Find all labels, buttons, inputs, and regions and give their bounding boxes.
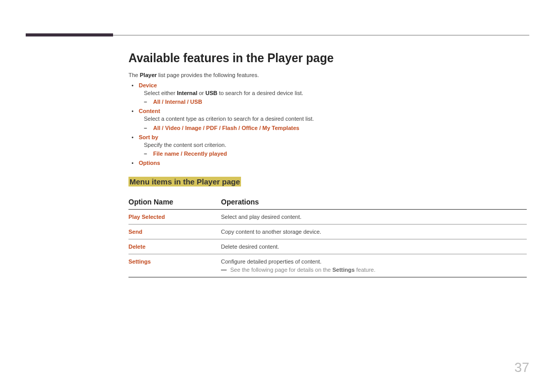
feature-label: Sort by bbox=[139, 134, 158, 140]
feature-sub: – File name / Recently played bbox=[144, 151, 527, 157]
feature-item: • Content Select a content type as crite… bbox=[130, 108, 527, 130]
table-row: Settings Configure detailed properties o… bbox=[128, 254, 527, 277]
bullet-icon: • bbox=[130, 82, 136, 88]
feature-desc: Select a content type as criterion to se… bbox=[144, 115, 527, 123]
feature-sub-text: File name / Recently played bbox=[153, 151, 227, 157]
option-name: Delete bbox=[128, 244, 221, 250]
th-option-name: Option Name bbox=[128, 198, 221, 206]
feature-sub: – All / Video / Image / PDF / Flash / Of… bbox=[144, 125, 527, 131]
table-header: Option Name Operations bbox=[128, 198, 527, 210]
feature-label: Content bbox=[139, 108, 160, 114]
intro-text: The Player list page provides the follow… bbox=[128, 72, 527, 78]
feature-label: Options bbox=[139, 160, 160, 166]
section-heading-highlight: Menu items in the Player page bbox=[128, 177, 241, 186]
note-text: See the following page for details on th… bbox=[230, 267, 376, 273]
intro-prefix: The bbox=[128, 72, 140, 78]
feature-item: • Sort by Specify the content sort crite… bbox=[130, 134, 527, 157]
feature-sub: – All / Internal / USB bbox=[144, 99, 527, 105]
option-name: Settings bbox=[128, 258, 221, 273]
note-row: ― See the following page for details on … bbox=[221, 267, 527, 273]
header-accent-bar bbox=[26, 33, 113, 36]
dash-icon: ― bbox=[221, 267, 226, 273]
option-ops: Select and play desired content. bbox=[221, 214, 527, 220]
feature-list: • Device Select either Internal or USB t… bbox=[130, 82, 527, 166]
options-table: Option Name Operations Play Selected Sel… bbox=[128, 198, 527, 277]
option-ops-text: Configure detailed properties of content… bbox=[221, 258, 527, 265]
feature-label: Device bbox=[139, 82, 157, 88]
dash-icon: – bbox=[144, 125, 149, 131]
table-row: Play Selected Select and play desired co… bbox=[128, 210, 527, 225]
page-heading: Available features in the Player page bbox=[128, 51, 527, 65]
header-rule bbox=[113, 35, 529, 35]
feature-desc: Specify the content sort criterion. bbox=[144, 141, 527, 149]
option-ops: Copy content to another storage device. bbox=[221, 229, 527, 235]
option-ops: Delete desired content. bbox=[221, 244, 527, 250]
th-operations: Operations bbox=[221, 198, 527, 206]
table-row: Delete Delete desired content. bbox=[128, 239, 527, 254]
intro-suffix: list page provides the following feature… bbox=[157, 72, 259, 78]
page-number: 37 bbox=[514, 360, 529, 376]
table-row: Send Copy content to another storage dev… bbox=[128, 225, 527, 239]
bullet-icon: • bbox=[130, 108, 136, 114]
bullet-icon: • bbox=[130, 134, 136, 140]
dash-icon: – bbox=[144, 99, 149, 105]
option-name: Send bbox=[128, 229, 221, 235]
feature-item: • Options bbox=[130, 160, 527, 166]
bullet-icon: • bbox=[130, 160, 136, 166]
option-name: Play Selected bbox=[128, 214, 221, 220]
feature-sub-text: All / Internal / USB bbox=[153, 99, 202, 105]
feature-item: • Device Select either Internal or USB t… bbox=[130, 82, 527, 105]
intro-bold: Player bbox=[140, 72, 157, 78]
dash-icon: – bbox=[144, 151, 149, 157]
main-content: Available features in the Player page Th… bbox=[128, 51, 527, 277]
feature-desc: Select either Internal or USB to search … bbox=[144, 89, 527, 97]
feature-sub-text: All / Video / Image / PDF / Flash / Offi… bbox=[153, 125, 299, 131]
option-ops: Configure detailed properties of content… bbox=[221, 258, 527, 273]
